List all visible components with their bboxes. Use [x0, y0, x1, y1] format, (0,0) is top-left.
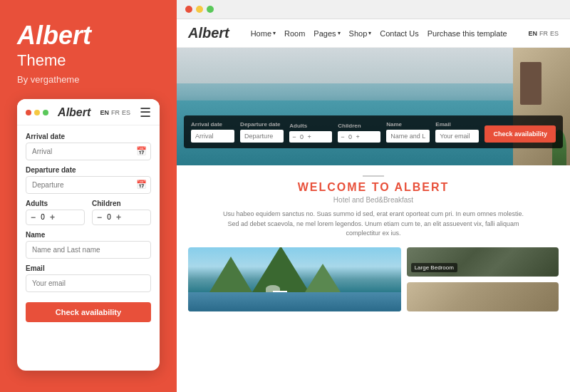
left-panel: Albert Theme By vergatheme Albert EN FR …	[0, 0, 177, 392]
mobile-children-increment[interactable]: +	[116, 213, 121, 222]
browser-chrome	[177, 0, 570, 19]
welcome-subtitle: Hotel and Bed&Breakfast	[188, 196, 559, 204]
booking-arrival-input[interactable]	[191, 130, 234, 143]
mobile-children-decrement[interactable]: −	[97, 213, 102, 222]
nav-shop[interactable]: Shop ▾	[349, 29, 372, 38]
mobile-adults-children-row: Adults − 0 + Children − 0 +	[26, 200, 151, 225]
booking-departure-label: Departure date	[240, 121, 284, 128]
booking-arrival-field: Arrival date	[191, 121, 234, 143]
booking-adults-label: Adults	[289, 123, 332, 129]
nav-home-arrow: ▾	[273, 30, 276, 36]
browser-dots	[185, 6, 214, 13]
browser-dot-red	[185, 6, 192, 13]
booking-email-field: Email	[435, 121, 479, 143]
mobile-departure-input[interactable]	[26, 176, 151, 194]
brand-title: Albert	[17, 21, 160, 50]
booking-departure-field: Departure date	[240, 121, 284, 143]
mobile-name-input[interactable]	[26, 241, 151, 259]
site-logo: Albert	[188, 25, 229, 41]
gallery-image-room2[interactable]	[407, 282, 559, 311]
nav-pages[interactable]: Pages ▾	[314, 29, 340, 38]
mobile-form: Arrival date 📅 Departure date 📅 Adults −	[17, 125, 160, 329]
site-lang-en[interactable]: EN	[528, 30, 537, 37]
mobile-adults-decrement[interactable]: −	[31, 213, 36, 222]
gallery-image-pool[interactable]	[188, 247, 401, 311]
mobile-children-counter: − 0 +	[92, 210, 151, 225]
booking-name-input[interactable]	[386, 130, 430, 143]
site-nav: Home ▾ Room Pages ▾ Shop ▾ Contact Us Pu…	[251, 29, 507, 38]
mobile-children-col: Children − 0 +	[92, 200, 151, 225]
mountain-3	[305, 264, 341, 292]
mobile-arrival-row: Arrival date 📅	[26, 133, 151, 160]
mobile-arrival-input-wrap: 📅	[26, 143, 151, 160]
nav-home[interactable]: Home ▾	[251, 29, 276, 38]
mobile-email-label: Email	[26, 264, 151, 272]
mountain-1	[209, 257, 252, 292]
mobile-dot-green	[43, 110, 48, 115]
hero-section: Arrival date Departure date Adults − 0 +…	[177, 48, 570, 165]
mobile-departure-label: Departure date	[26, 166, 151, 174]
right-panel: Albert Home ▾ Room Pages ▾ Shop ▾ Contac…	[177, 0, 570, 392]
mobile-adults-col: Adults − 0 +	[26, 200, 85, 225]
nav-shop-arrow: ▾	[368, 30, 371, 36]
mobile-browser-dots	[26, 110, 48, 115]
booking-adults-counter: − 0 +	[289, 131, 332, 143]
site-lang: EN FR ES	[528, 30, 559, 37]
brand-subtitle: Theme	[17, 51, 160, 70]
booking-email-label: Email	[435, 121, 479, 128]
pool-ceiling	[177, 48, 513, 83]
booking-children-label: Children	[338, 123, 380, 129]
nav-contact[interactable]: Contact Us	[380, 29, 418, 38]
water-reflection	[188, 292, 401, 311]
mobile-email-input[interactable]	[26, 274, 151, 292]
mobile-name-row: Name	[26, 231, 151, 259]
mobile-arrival-calendar-icon: 📅	[136, 146, 147, 156]
welcome-text: Usu habeo equidem sanctus no. Suas summo…	[217, 210, 530, 239]
booking-children-decrement[interactable]: −	[341, 133, 344, 140]
booking-adults-increment[interactable]: +	[307, 133, 311, 140]
room2-scene	[407, 282, 559, 311]
mobile-header: Albert EN FR ES ☰	[17, 99, 160, 125]
nav-purchase[interactable]: Purchase this template	[428, 29, 507, 38]
gallery-image-bedroom[interactable]: Large Bedroom	[407, 247, 559, 277]
mobile-email-row: Email	[26, 264, 151, 292]
booking-children-value: 0	[346, 133, 353, 140]
welcome-divider	[363, 175, 384, 177]
mobile-adults-label: Adults	[26, 200, 85, 207]
mobile-lang-en[interactable]: EN	[100, 109, 109, 116]
mobile-adults-increment[interactable]: +	[50, 213, 55, 222]
booking-email-input[interactable]	[435, 130, 479, 143]
mobile-departure-row: Departure date 📅	[26, 166, 151, 194]
browser-dot-yellow	[196, 6, 203, 13]
booking-arrival-label: Arrival date	[191, 121, 234, 128]
booking-departure-input[interactable]	[240, 130, 284, 143]
mobile-lang-es[interactable]: ES	[122, 109, 130, 116]
site-content: WELCOME TO ALBERT Hotel and Bed&Breakfas…	[177, 165, 570, 392]
mobile-adults-value: 0	[38, 213, 47, 221]
mobile-lang: EN FR ES	[100, 109, 130, 116]
mobile-check-availability-button[interactable]: Check availability	[26, 302, 151, 322]
booking-adults-value: 0	[298, 133, 305, 140]
mobile-adults-counter: − 0 +	[26, 210, 85, 225]
mobile-name-label: Name	[26, 231, 151, 239]
browser-dot-green	[207, 6, 214, 13]
mobile-lang-fr[interactable]: FR	[111, 109, 120, 116]
booking-check-button[interactable]: Check availability	[484, 125, 556, 143]
gallery-right-col: Large Bedroom	[407, 247, 559, 311]
site-lang-fr[interactable]: FR	[539, 30, 548, 37]
site-lang-es[interactable]: ES	[550, 30, 559, 37]
booking-children-field: Children − 0 +	[338, 123, 380, 143]
booking-children-increment[interactable]: +	[356, 133, 359, 140]
booking-bar: Arrival date Departure date Adults − 0 +…	[184, 115, 563, 148]
mobile-mockup: Albert EN FR ES ☰ Arrival date 📅 Departu…	[17, 99, 160, 371]
mobile-dot-yellow	[34, 110, 40, 115]
pool-scene	[188, 247, 401, 311]
mobile-logo: Albert	[58, 106, 90, 119]
mobile-hamburger-icon[interactable]: ☰	[140, 105, 151, 120]
mobile-departure-input-wrap: 📅	[26, 176, 151, 194]
nav-room[interactable]: Room	[284, 29, 305, 38]
mobile-arrival-input[interactable]	[26, 143, 151, 160]
booking-adults-decrement[interactable]: −	[292, 133, 296, 140]
gallery-bedroom-label: Large Bedroom	[411, 263, 457, 272]
booking-adults-field: Adults − 0 +	[289, 123, 332, 143]
